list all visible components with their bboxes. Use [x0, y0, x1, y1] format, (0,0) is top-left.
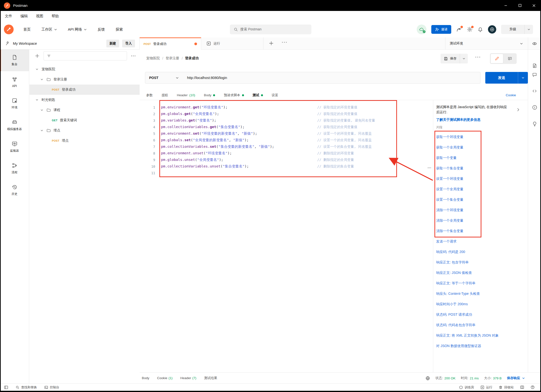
send-button[interactable]: 发送	[485, 72, 528, 84]
code-line[interactable]: 6pm.globals.set("全局变量的新变量名", "新值");// 设置…	[140, 137, 433, 143]
console-button[interactable]: 控制台	[44, 385, 59, 390]
response-tab-1[interactable]: Cookie(1)	[157, 376, 173, 380]
import-button[interactable]: 导入	[122, 40, 135, 47]
snippet-link-16[interactable]: 响应时间小于 200ms	[433, 299, 528, 309]
minimize-button[interactable]	[499, 0, 513, 11]
sidebar-item-api[interactable]: API	[0, 71, 29, 93]
documentation-icon[interactable]	[532, 63, 537, 68]
workspace-name[interactable]: My Workspace	[13, 41, 37, 45]
snippet-link-19[interactable]: 响应正文: 将 XML 正文转换为 JSON 对象	[433, 330, 528, 341]
snippet-link-10[interactable]: 发送一个请求	[433, 236, 528, 247]
snippet-link-15[interactable]: 响应头: Content-Type 头检查	[433, 288, 528, 299]
tree-row[interactable]: 埋点	[29, 125, 140, 136]
nav-item-4[interactable]: 探索	[116, 27, 123, 32]
sync-status-icon[interactable]	[417, 25, 426, 34]
snippet-link-6[interactable]: 设置一个集合变量	[433, 194, 528, 205]
save-caret-icon[interactable]	[460, 54, 468, 63]
upgrade-button[interactable]: 升级	[501, 25, 533, 34]
toggle-sidebar-icon[interactable]	[4, 385, 8, 390]
more-actions-icon[interactable]	[131, 55, 136, 57]
comments-icon[interactable]	[532, 72, 537, 77]
snippet-link-4[interactable]: 设置一个环境变量	[433, 174, 528, 184]
request-tab-2[interactable]: Header(10)	[177, 93, 195, 97]
breadcrumb-item-2[interactable]: 登录成功	[185, 56, 199, 61]
nav-item-3[interactable]: 反馈	[98, 27, 105, 32]
tree-row[interactable]: 时光钥匙	[29, 95, 140, 105]
code-line[interactable]: 4pm.collectionVariables.get("集合变量名");// …	[140, 124, 433, 130]
size-value[interactable]: 379 B	[493, 376, 502, 380]
snippet-link-13[interactable]: 响应正文: JSON 值检查	[433, 268, 528, 278]
code-line[interactable]: 9pm.globals.unset("全局变量名");// 删除指定的全局变量	[140, 157, 433, 163]
snippet-link-9[interactable]: 清除一个集合变量	[433, 226, 528, 236]
environment-selector[interactable]: 测试环境	[445, 37, 528, 50]
add-collection-icon[interactable]	[35, 53, 40, 58]
bell-icon[interactable]	[478, 27, 483, 32]
sidebar-item-history[interactable]: 历史	[0, 179, 29, 201]
invite-button[interactable]: 邀请	[431, 25, 451, 34]
code-line[interactable]: 10pm.collectionVariables.unset("集合变量名");…	[140, 163, 433, 170]
chevron-down-icon[interactable]	[40, 78, 44, 81]
menu-item-1[interactable]: 编辑	[20, 14, 28, 18]
filter-input[interactable]	[44, 51, 127, 61]
sidebar-item-flows[interactable]: 流程	[0, 158, 29, 179]
comment-mode-button[interactable]	[504, 54, 516, 63]
snippet-link-20[interactable]: 对 JSON 数据使用微型验证器	[433, 341, 528, 351]
snippet-link-5[interactable]: 设置一个全局变量	[433, 184, 528, 194]
tree-row[interactable]: 课程	[29, 105, 140, 115]
snippet-link-2[interactable]: 获取一个变量	[433, 153, 528, 163]
sidebar-item-collections[interactable]: 集合	[0, 50, 29, 71]
sidebar-item-environments[interactable]: 环境	[0, 93, 29, 114]
collapse-panel-icon[interactable]	[516, 108, 520, 112]
find-replace-button[interactable]: 查找和替换	[16, 385, 37, 390]
code-line[interactable]: 3pm.variables.get("变量名");// 获取指定的变量值, 避免…	[140, 117, 433, 124]
code-line[interactable]: 7pm.collectionVariables.set("集合变量的新变量名",…	[140, 143, 433, 150]
new-tab-icon[interactable]	[269, 41, 274, 46]
response-tab-3[interactable]: 测试结果	[204, 376, 217, 380]
tree-row[interactable]: 登录注册	[29, 74, 140, 85]
tree-row[interactable]: POST登录成功	[29, 85, 140, 95]
snippet-link-18[interactable]: 状态码: 代码名包含字符串	[433, 320, 528, 330]
user-avatar[interactable]	[488, 25, 496, 34]
save-response-button[interactable]: 保存响应	[507, 376, 525, 380]
save-button[interactable]: 保存	[441, 54, 468, 63]
settings-gear-icon[interactable]	[467, 26, 473, 32]
runner-button[interactable]: 运行	[480, 385, 492, 390]
nav-item-2[interactable]: API 网络	[68, 27, 87, 32]
snippet-link-14[interactable]: 响应正文: 等于一个字符串	[433, 278, 528, 288]
menu-item-2[interactable]: 视图	[36, 14, 43, 18]
maximize-button[interactable]	[513, 0, 527, 11]
bootcamp-button[interactable]: 训练营	[459, 385, 474, 390]
edit-mode-button[interactable]	[491, 54, 503, 63]
learn-more-link[interactable]: 了解关于测试脚本的更多信息	[436, 118, 480, 122]
tree-row[interactable]: GET搜索关键词	[29, 115, 140, 125]
snippet-link-8[interactable]: 清除一个全局变量	[433, 215, 528, 226]
postman-nav-logo-icon[interactable]	[4, 25, 14, 34]
panel-splitter-handle[interactable]	[427, 167, 431, 168]
tab-options-icon[interactable]	[281, 41, 287, 43]
breadcrumb-item-1[interactable]: 登录注册	[166, 56, 179, 61]
test-script-editor[interactable]: 1pm.environment.get("环境变量名");// 获取指定的环境变…	[140, 100, 433, 372]
request-options-icon[interactable]	[475, 56, 481, 58]
code-icon[interactable]	[532, 88, 537, 94]
cookie-link[interactable]: Cookie	[506, 93, 528, 97]
code-line[interactable]: 11	[140, 170, 433, 176]
status-value[interactable]: 200 OK	[444, 376, 456, 380]
response-tab-2[interactable]: Header(7)	[180, 376, 196, 380]
request-tab-5[interactable]: 测试	[253, 93, 263, 97]
snippet-link-1[interactable]: 获取一个全局变量	[433, 142, 528, 153]
request-tab-1[interactable]: 授权	[162, 93, 168, 97]
tree-row[interactable]: 宠物医院	[29, 64, 140, 74]
chevron-down-icon[interactable]	[35, 98, 39, 102]
nav-item-1[interactable]: 工作区	[41, 27, 57, 32]
snippet-link-17[interactable]: 状态码: POST 请求成功	[433, 309, 528, 320]
snippet-link-3[interactable]: 获取一个集合变量	[433, 163, 528, 174]
chevron-down-icon[interactable]	[40, 108, 44, 112]
two-pane-icon[interactable]	[520, 385, 524, 389]
code-line[interactable]: 2pm.globals.get("全局变量名");// 获取指定的全局变量值	[140, 111, 433, 117]
code-line[interactable]: 8pm.environment.unset("环境变量名");// 删除指定的环…	[140, 150, 433, 157]
sidebar-item-mock-servers[interactable]: 模拟服务器	[0, 114, 29, 136]
snippet-link-11[interactable]: 响应码: 代码是 200	[433, 247, 528, 257]
breadcrumb-item-0[interactable]: 宠物医院	[146, 56, 160, 61]
send-caret-icon[interactable]	[518, 72, 528, 84]
request-tab-6[interactable]: 设置	[272, 93, 278, 97]
